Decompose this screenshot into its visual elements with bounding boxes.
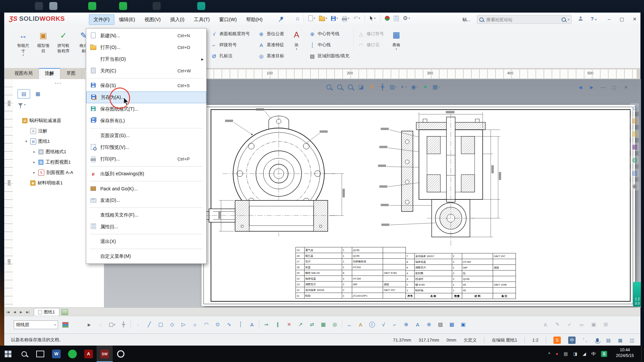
menu-tools[interactable]: 工具(T) [189,14,215,25]
grid-settings-icon[interactable]: ⊞ [601,320,610,329]
file-menu-item-save[interactable]: 保存(S)Ctrl+S [86,80,206,92]
offset-entities-icon[interactable]: ∥ [273,320,282,329]
file-menu-item-print[interactable]: 打印(P)...Ctrl+P [86,153,206,165]
smart-dimension-tool-icon[interactable]: ↔ [345,320,354,329]
account-icon[interactable] [579,16,583,21]
community-search-box[interactable]: ▾ [477,15,572,24]
taskpane-view-palette-icon[interactable]: ▦ [630,142,639,151]
file-menu-item-save-all[interactable]: 保存所有(L) [86,115,206,127]
datum-feature-tool-icon[interactable]: A [413,320,422,329]
ribbon-model-items-button[interactable]: ▣模型项目 [34,29,53,64]
file-menu-item-exit[interactable]: 退出(X) [86,236,206,247]
last-sheet-button[interactable]: ▶| [24,310,31,314]
taskbar-recorder-button[interactable] [113,346,129,362]
selection-filter-icon[interactable] [384,15,391,22]
view-orientation-icon[interactable]: ▧▾ [388,82,398,91]
move-view-icon[interactable]: ╋ [119,320,128,329]
spell-check-icon[interactable]: ✓ [565,320,574,329]
circular-pattern-icon[interactable]: ◎ [330,320,339,329]
zoom-to-fit-icon[interactable] [324,82,333,91]
rotate-view-icon[interactable]: ↻ [367,82,376,91]
hide-show-items-icon[interactable]: ◉▾ [410,82,419,91]
file-menu-item-open-current[interactable]: 打开当前(O)▶ [86,53,206,65]
open-button[interactable]: ▾ [318,14,328,22]
next-document-button[interactable]: ▶ [587,83,596,91]
apply-scene-icon[interactable]: ▦▾ [431,82,441,91]
file-menu-item-page-setup[interactable]: 页面设置(G)... [86,130,206,141]
file-menu-item-open[interactable]: 打开(O)...Ctrl+O [86,42,206,53]
properties-button[interactable] [393,15,400,22]
taskpane-home-icon[interactable]: ⌂ [630,103,639,112]
collapsed-arrow-icon[interactable]: ▸ [32,171,36,174]
taskbar-solidworks-button[interactable]: SW [97,346,113,362]
collapsed-arrow-icon[interactable]: ▸ [32,150,36,154]
background-bg-app-1-icon[interactable] [35,2,43,10]
sketch-parallelogram-icon[interactable]: ◇ [168,320,176,329]
help-button[interactable]: ? ▾ [591,16,596,21]
panel-splitter-handle[interactable]: ••• [55,81,62,85]
file-menu-item-pack-and-go[interactable]: Pack and Go(K)... [86,183,206,194]
doc-close-button[interactable]: ✕ [621,83,631,91]
emoji-panel-icon[interactable]: ▦ [618,338,623,343]
background-bg-app-3-icon[interactable] [88,2,96,10]
search-input[interactable] [486,17,559,22]
ribbon-datum-target-button[interactable]: ◎基准目标 [257,51,285,61]
show-desktop-button[interactable] [641,346,644,362]
taskbar-search-button[interactable] [16,346,32,362]
center-mark-tool-icon[interactable]: ⊕ [425,320,433,329]
punctuation-icon[interactable]: ’， [583,337,589,343]
block-tool-icon[interactable]: ▣ [459,320,468,329]
minimize-button[interactable]: – [603,15,615,23]
weld-symbol-tool-icon[interactable]: ⌐ [390,320,399,329]
ribbon-spell-checker-button[interactable]: ✓拼写检验程序 [54,29,73,64]
layer-properties-button[interactable] [61,320,70,329]
mirror-entities-icon[interactable]: ⇄ [308,320,316,329]
sketch-centerline-icon[interactable]: ┆ [236,320,245,329]
ribbon-block-button[interactable]: A块▾ [288,28,305,64]
file-menu-item-save-sheet-format[interactable]: 保存图纸格式(T)... [86,103,206,115]
expanded-arrow-icon[interactable]: ▾ [24,139,28,143]
doc-minimize-button[interactable]: — [598,83,608,91]
search-go-icon[interactable] [561,17,566,22]
collapsed-arrow-icon[interactable]: ▸ [32,160,36,164]
taskbar-wechat-button[interactable] [64,346,80,362]
background-bg-app-4-icon[interactable] [119,2,127,10]
doc-restore-button[interactable]: ▢ [610,83,619,91]
format-text-icon[interactable]: ✎ [553,320,562,329]
search-caret-icon[interactable]: ▾ [568,18,569,21]
extend-entities-icon[interactable]: ↗ [296,320,305,329]
section-view-icon[interactable]: ◪ [356,82,366,91]
file-menu-item-save-as[interactable]: 另存为(A)... [86,92,206,103]
sketch-arc-icon[interactable]: ◠ [202,320,211,329]
close-button[interactable]: ✕ [629,15,640,23]
surface-finish-tool-icon[interactable]: √ [379,320,388,329]
note-a-icon[interactable]: A [541,320,550,329]
tray-network[interactable]: ◢ [583,351,586,356]
taskbar-start-button[interactable] [0,346,16,362]
tray-app-1[interactable]: ▤ [564,351,568,356]
lasso-select-icon[interactable]: ◌ [96,320,105,329]
menu-help[interactable]: 帮助(H) [241,14,267,25]
undo-button[interactable]: ↶▾ [352,14,361,22]
trim-entities-icon[interactable]: ✕ [285,320,293,329]
taskpane-design-library-icon[interactable]: ▤ [630,116,639,125]
taskpane-custom-properties-icon[interactable]: ▤ [630,169,639,177]
select-icon[interactable]: ► [85,320,94,329]
ribbon-geometric-tolerance-button[interactable]: ⊕形位公差 [257,29,285,39]
pan-icon[interactable]: ╋ [378,82,387,91]
sketch-ellipse-icon[interactable]: ⊙ [213,320,222,329]
note-tool-icon[interactable]: A [356,320,365,329]
taskbar-clock[interactable]: 10:44 2024/5/15 [610,347,639,359]
menu-window[interactable]: 窗口(W) [214,14,241,25]
save-button[interactable]: ▾ [330,15,339,22]
next-sheet-button[interactable]: ▶ [18,310,24,314]
file-menu-item-customize-menu[interactable]: 自定义菜单(M) [86,250,206,262]
status-sheet-scale[interactable]: 1:2 [532,338,538,343]
file-menu-item-new[interactable]: 新建(N)...Ctrl+N [86,30,206,42]
ribbon-surface-finish-button[interactable]: √表面粗糙度符号 [209,29,251,39]
layer-dropdown[interactable]: 细线层 ▾ [14,320,58,329]
file-menu-item-publish-edrawings[interactable]: e出版到 eDrawings(B) [86,168,206,180]
menu-view[interactable]: 视图(V) [140,14,165,25]
background-bg-app-6-icon[interactable] [197,2,205,10]
pin-menu-icon[interactable] [279,16,284,23]
